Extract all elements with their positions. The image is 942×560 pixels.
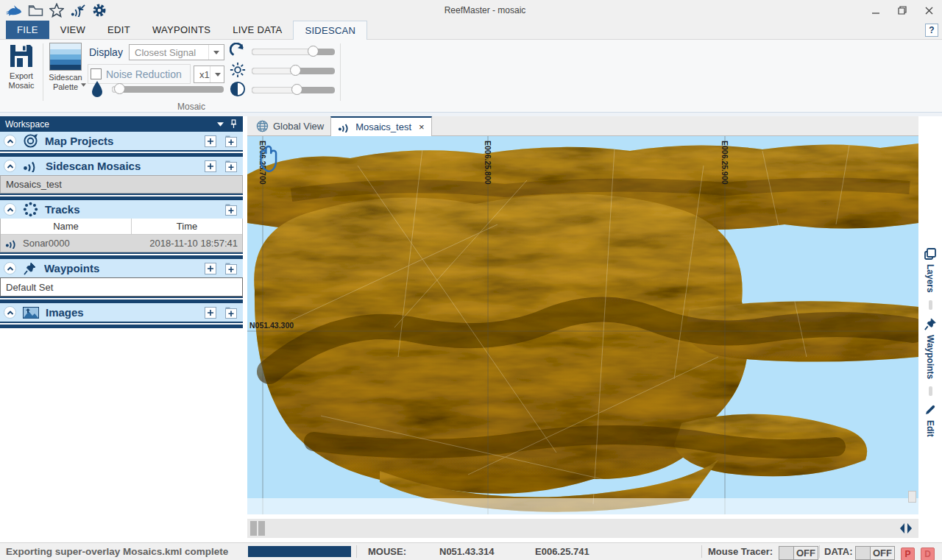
map-tab-bar: Global View Mosaics_test × — [247, 116, 918, 136]
side-tab-waypoints[interactable]: Waypoints — [924, 317, 938, 379]
add-button[interactable] — [205, 160, 216, 172]
help-button[interactable]: ? — [925, 24, 938, 37]
tracks-table-header: Name Time — [1, 219, 242, 235]
sonar-waves-icon — [338, 122, 351, 132]
close-tab-icon[interactable]: × — [419, 121, 425, 132]
sonar-mosaic-viewport[interactable]: E006.25.700 E006.25.800 E006.25.900 N051… — [247, 136, 918, 514]
workspace-title: Workspace — [5, 119, 211, 130]
sonar-waves-icon — [23, 160, 39, 172]
opacity-drop-icon — [91, 80, 104, 98]
tab-global-view[interactable]: Global View — [249, 116, 330, 135]
map-area: Global View Mosaics_test × — [247, 116, 918, 542]
scrollbar-grip[interactable] — [258, 521, 265, 536]
section-divider — [0, 252, 243, 259]
tab-file[interactable]: FILE — [6, 21, 49, 39]
side-tab-edit[interactable]: Edit — [924, 403, 937, 437]
rotation-slider[interactable] — [252, 49, 335, 55]
tab-mosaics-test[interactable]: Mosaics_test × — [330, 116, 431, 136]
list-item-default-set[interactable]: Default Set — [0, 277, 243, 297]
ribbon-separator — [340, 43, 341, 101]
horizontal-scrollbar[interactable] — [247, 519, 918, 538]
tracks-dots-icon — [23, 202, 38, 217]
floppy-disk-icon — [8, 43, 35, 69]
export-mosaic-button[interactable]: Export Mosaic — [2, 43, 40, 91]
noise-reduction-checkbox[interactable] — [91, 68, 102, 79]
scrollbar-grip[interactable] — [250, 521, 257, 536]
tab-sidescan[interactable]: SIDESCAN — [293, 21, 367, 40]
ribbon-group-label: Mosaic — [44, 102, 339, 112]
palette-dropdown-caret-icon[interactable] — [81, 83, 86, 87]
section-waypoints[interactable]: Waypoints — [0, 259, 243, 277]
d-button[interactable]: D — [921, 545, 935, 560]
status-bar: Exporting super-overlay Mosaics.kml comp… — [0, 542, 942, 560]
add-new-button[interactable] — [225, 160, 237, 172]
add-new-button[interactable] — [225, 263, 237, 274]
import-sonar-icon[interactable] — [70, 2, 86, 18]
add-new-button[interactable] — [225, 135, 237, 147]
close-button[interactable] — [916, 1, 942, 20]
brightness-sun-icon — [230, 62, 246, 78]
collapse-chevron-icon[interactable] — [4, 306, 16, 319]
display-label: Display — [89, 46, 123, 58]
favorites-star-icon[interactable] — [49, 2, 65, 18]
workspace-header[interactable]: Workspace — [0, 116, 243, 132]
opacity-slider[interactable] — [112, 86, 224, 93]
palette-stripes-icon — [49, 43, 82, 71]
section-tracks[interactable]: Tracks — [0, 200, 243, 219]
window-title: ReefMaster - mosaic — [107, 5, 863, 15]
workspace-pin-icon[interactable] — [230, 119, 238, 129]
splitter-arrows-icon[interactable] — [899, 522, 913, 534]
restore-button[interactable] — [889, 1, 916, 20]
brightness-slider[interactable] — [252, 68, 335, 74]
list-item-mosaics-test[interactable]: Mosaics_test — [0, 175, 243, 194]
section-map-projects[interactable]: Map Projects — [0, 132, 243, 150]
tab-waypoints[interactable]: WAYPOINTS — [141, 21, 222, 39]
add-new-button[interactable] — [225, 307, 237, 319]
column-header-time[interactable]: Time — [132, 221, 242, 232]
status-separator — [356, 545, 357, 558]
add-button[interactable] — [205, 263, 216, 274]
add-new-button[interactable] — [225, 204, 237, 216]
section-sidescan-mosaics[interactable]: Sidescan Mosaics — [0, 157, 243, 175]
section-images[interactable]: Images — [0, 303, 243, 322]
mouse-latitude: N051.43.314 — [439, 543, 494, 560]
collapse-chevron-icon[interactable] — [4, 160, 16, 172]
table-row-sonar0000[interactable]: Sonar0000 2018-11-10 18:57:41 — [1, 235, 242, 252]
tab-edit[interactable]: EDIT — [96, 21, 141, 39]
display-select[interactable]: Closest Signal — [129, 44, 224, 60]
p-button[interactable]: P — [901, 545, 915, 560]
side-tab-layers[interactable]: Layers — [924, 247, 937, 293]
status-separator — [819, 545, 820, 558]
collapse-chevron-icon[interactable] — [4, 203, 16, 216]
mouse-tracer-label: Mouse Tracer: — [708, 543, 773, 560]
settings-gear-icon[interactable] — [91, 2, 107, 18]
noise-reduction-label: Noise Reduction — [106, 68, 182, 80]
noise-factor-select[interactable]: x1 — [194, 65, 224, 83]
sidescan-ribbon: Export Mosaic Sidescan Palette Display C… — [0, 40, 942, 113]
collapse-chevron-icon[interactable] — [4, 135, 16, 147]
add-button[interactable] — [205, 307, 216, 319]
collapse-chevron-icon[interactable] — [4, 262, 16, 274]
data-toggle[interactable]: OFF — [855, 545, 895, 560]
mouse-tracer-toggle[interactable]: OFF — [779, 545, 818, 560]
section-divider — [0, 297, 243, 303]
status-separator — [701, 545, 702, 558]
open-folder-icon[interactable] — [27, 2, 43, 18]
add-button[interactable] — [205, 135, 216, 147]
side-panel-tab-strip: Layers Waypoints Edit — [918, 116, 942, 542]
grid-label-n1: N051.43.300 — [249, 321, 294, 330]
section-divider — [0, 194, 243, 200]
title-bar: ReefMaster - mosaic — [0, 0, 942, 21]
ribbon-tab-bar: FILE VIEW EDIT WAYPOINTS LIVE DATA SIDES… — [0, 21, 942, 40]
pushpin-icon — [23, 261, 38, 276]
tab-live-data[interactable]: LIVE DATA — [222, 21, 293, 39]
minimize-button[interactable] — [863, 1, 889, 20]
ribbon-separator — [43, 43, 43, 101]
contrast-slider[interactable] — [252, 87, 335, 93]
sidescan-palette-button[interactable]: Sidescan Palette — [46, 43, 85, 92]
rotate-icon — [230, 43, 246, 59]
workspace-menu-caret-icon[interactable] — [217, 122, 224, 127]
tab-view[interactable]: VIEW — [49, 21, 96, 39]
column-header-name[interactable]: Name — [1, 219, 132, 234]
map-scrollbar-nub[interactable] — [908, 491, 916, 503]
